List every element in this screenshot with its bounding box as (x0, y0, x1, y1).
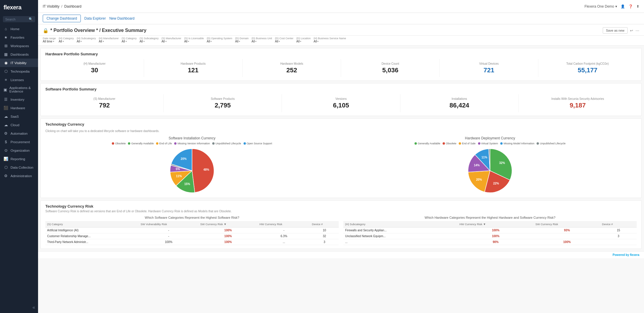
filter-value[interactable]: All ▾ (162, 40, 181, 43)
sidebar-item-technopedia[interactable]: ⬡Technopedia (0, 67, 38, 76)
software-pie[interactable]: 48%15%11%5%20% (45, 147, 339, 194)
filter--h--category[interactable]: (H) CategoryAll ▾ (59, 37, 74, 43)
filter--d--operating-system[interactable]: (D) Operating SystemAll ▾ (207, 37, 232, 43)
hw-currency-risk: 6.3% (258, 233, 310, 239)
sidebar-item-automation[interactable]: ⚙Automation (0, 129, 38, 138)
sidebar-item-organization[interactable]: ⊙Organization (0, 146, 38, 155)
filter--d--cost-center[interactable]: (D) Cost CenterAll ▾ (275, 37, 293, 43)
filter-value[interactable]: All ▾ (99, 40, 119, 43)
sidebar-item-data-collection[interactable]: ⬡Data Collection (0, 163, 38, 172)
hardware-pie-chart[interactable]: 32%22%20%14%11% (467, 147, 513, 194)
hardware-pie[interactable]: 32%22%20%14%11% (343, 147, 637, 194)
filter-value[interactable]: All ▾ (296, 40, 311, 43)
filter-label: (D) Cost Center (275, 37, 293, 40)
sidebar-item-administration[interactable]: ⚙Administration (0, 172, 38, 180)
save-as-button[interactable]: Save as new (603, 27, 628, 34)
sidebar-item-saas[interactable]: ☁SaaS (0, 112, 38, 121)
filter-value[interactable]: All ▾ (251, 40, 272, 43)
help-icon[interactable]: ❓ (628, 4, 633, 8)
filter--s--category[interactable]: (S) CategoryAll ▾ (122, 37, 137, 43)
filter-value[interactable]: All ▾ (275, 40, 293, 43)
device-count: 3 (310, 239, 339, 245)
filter-value[interactable]: All ▾ (314, 40, 346, 43)
legend-dot (174, 142, 177, 145)
filter--h--manufacturer[interactable]: (H) ManufacturerAll ▾ (99, 37, 119, 43)
sidebar-item-procurement[interactable]: $Procurement (0, 138, 38, 146)
col-hw-currency2[interactable]: HW Currency Risk ▼ (458, 221, 534, 228)
account-name: Flexera One Demo (585, 4, 614, 8)
filter--s--subcategory[interactable]: (S) SubcategoryAll ▾ (140, 37, 159, 43)
chevron-icon: ▾ (143, 40, 145, 43)
sidebar-item-workspaces[interactable]: ⊞Workspaces (0, 42, 38, 50)
filter--h--subcategory[interactable]: (H) SubcategoryAll ▾ (77, 37, 96, 43)
sidebar-item-favorites[interactable]: ★Favorites (0, 33, 38, 42)
filter-date-range[interactable]: Date rangeAll time ▾ (43, 37, 56, 43)
col-sw-currency[interactable]: SW Currency Risk ▼ (198, 221, 258, 228)
change-dashboard-button[interactable]: Change Dashboard (43, 15, 81, 22)
legend-item-open-source-support: Open Source Support (244, 142, 272, 145)
filter-value[interactable]: All ▾ (207, 40, 232, 43)
sidebar-item-hardware[interactable]: ⬛Hardware (0, 104, 38, 112)
filter-value[interactable]: All ▾ (235, 40, 249, 43)
software-summary-section: Software Portfolio Summary (S) Manufactu… (40, 83, 642, 116)
user-icon[interactable]: 👤 (621, 4, 625, 8)
sidebar-item-inventory[interactable]: ☰Inventory (0, 95, 38, 104)
sidebar-label-it-visibility: IT Visibility (11, 61, 27, 65)
hw-currency-risk: 100% (458, 233, 534, 239)
device-count: 3 (600, 233, 637, 239)
legend-dot (478, 142, 480, 145)
stat-value: 6,105 (285, 102, 397, 109)
filter-value[interactable]: All time ▾ (43, 40, 56, 43)
sidebar-item-it-visibility[interactable]: ◉IT Visibility (0, 59, 38, 67)
search-input[interactable] (5, 18, 28, 21)
legend-label: Obsolete (115, 142, 126, 145)
sidebar-collapse-button[interactable]: « (0, 302, 38, 313)
filter--h--business-service-name[interactable]: (H) Business Service NameAll ▾ (314, 37, 346, 43)
col-hw-currency[interactable]: HW Currency Risk (258, 221, 310, 228)
pie-label-3: 5% (176, 167, 180, 171)
filter--d--domain[interactable]: (D) DomainAll ▾ (235, 37, 249, 43)
filter-label: (H) Category (59, 37, 74, 40)
pie-label-5: 20% (181, 157, 186, 160)
filter--d--business-unit[interactable]: (D) Business UnitAll ▾ (251, 37, 272, 43)
stat-label: Virtual Devices (443, 62, 535, 65)
footer: Powered by flexera (38, 251, 644, 258)
sidebar-item-reporting[interactable]: 📊Reporting (0, 155, 38, 163)
new-dashboard-link[interactable]: New Dashboard (109, 16, 134, 20)
pie-label-1: 22% (493, 182, 499, 185)
chevron-down-icon: ▾ (615, 4, 617, 8)
filter--s--is-licensable[interactable]: (S) Is LicensableAll ▾ (184, 37, 204, 43)
nav-icon-apps-evidence: ▣ (4, 88, 7, 92)
powered-by-text: Powered by (613, 253, 630, 256)
actionbar: Change Dashboard Data Explorer New Dashb… (38, 13, 644, 24)
pie-slice-0[interactable] (192, 149, 214, 192)
software-pie-chart[interactable]: 48%15%11%5%20% (169, 147, 215, 194)
filter-value[interactable]: All ▾ (59, 40, 74, 43)
sw-category: Customer Relationship Manage... (45, 233, 139, 239)
filter--s--manufacturer[interactable]: (S) ManufacturerAll ▾ (162, 37, 181, 43)
filter-value[interactable]: All ▾ (77, 40, 96, 43)
legend-label: Virtual System (481, 142, 498, 145)
sidebar-item-apps-evidence[interactable]: ▣Applications & Evidence (0, 84, 38, 95)
filter-value[interactable]: All ▾ (140, 40, 159, 43)
stat-label: Installs With Secunia Security Advisorie… (522, 97, 634, 100)
sidebar-item-home[interactable]: ⌂Home (0, 25, 38, 33)
filter--d--location[interactable]: (D) LocationAll ▾ (296, 37, 311, 43)
share-icon[interactable]: ⬆ (636, 4, 639, 8)
filter-value[interactable]: All ▾ (122, 40, 137, 43)
sidebar-item-dashboards[interactable]: ▦Dashboards (0, 50, 38, 59)
filter-value[interactable]: All ▾ (184, 40, 204, 43)
sidebar-label-organization: Organization (11, 149, 30, 152)
col-sw-currency2[interactable]: SW Currency Risk (534, 221, 600, 228)
account-menu[interactable]: Flexera One Demo ▾ (585, 4, 617, 8)
topbar: IT Visibility / Dashboard Flexera One De… (38, 0, 644, 13)
filter-label: (S) Subcategory (140, 37, 159, 40)
nav-icon-home: ⌂ (4, 27, 8, 31)
sidebar-item-cloud[interactable]: ☁Cloud (0, 121, 38, 129)
col-sw-vuln[interactable]: SW Vulnerability Risk (139, 221, 198, 228)
search-bar[interactable]: 🔍 (3, 16, 35, 22)
more-options-icon[interactable]: ⋯ (636, 28, 639, 33)
data-explorer-link[interactable]: Data Explorer (84, 16, 106, 20)
sidebar-item-licenses[interactable]: ≡Licenses (0, 76, 38, 84)
undo-icon[interactable]: ↩ (630, 28, 633, 33)
